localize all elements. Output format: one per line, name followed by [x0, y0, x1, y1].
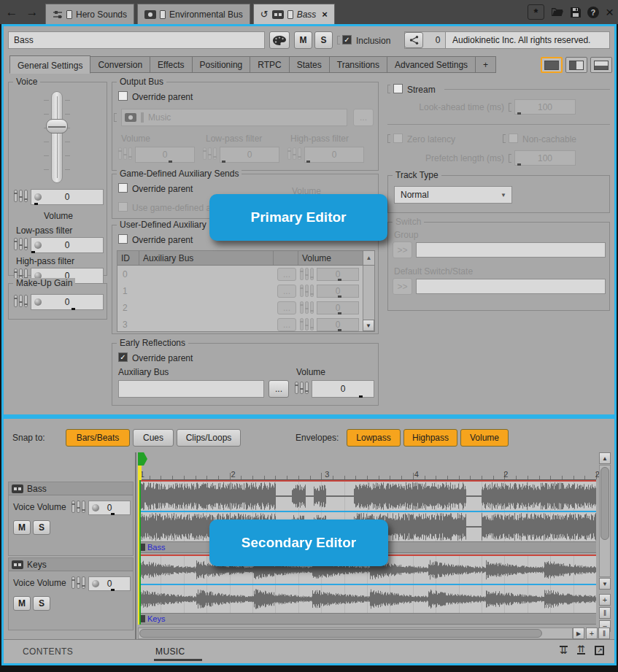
- track-solo-button[interactable]: S: [33, 596, 50, 611]
- tab-rtpc[interactable]: RTPC: [250, 56, 289, 73]
- zoom-in-vertical-button[interactable]: +: [599, 594, 611, 606]
- table-scroll-down[interactable]: ▼: [363, 320, 374, 331]
- default-switch-field[interactable]: [416, 279, 606, 294]
- col-header-volume[interactable]: Volume: [298, 251, 363, 265]
- early-reflections-override-checkbox[interactable]: [118, 352, 128, 362]
- rtpc-knob-icon[interactable]: [34, 193, 42, 201]
- help-icon[interactable]: ?: [587, 7, 599, 18]
- popout-icon[interactable]: ↗: [595, 646, 604, 655]
- share-button[interactable]: [404, 32, 423, 48]
- output-bus-highpass-field[interactable]: 0: [304, 147, 364, 163]
- track-title-bar[interactable]: Bass: [9, 482, 133, 495]
- switch-group-goto-button[interactable]: >>: [393, 242, 412, 258]
- non-cachable-checkbox[interactable]: [509, 134, 518, 143]
- envelope-highpass-button[interactable]: Highpass: [403, 429, 457, 447]
- dock-bottom-icon[interactable]: ⇊: [560, 646, 568, 654]
- rtpc-knob-icon[interactable]: [34, 242, 42, 249]
- clip-label-keys[interactable]: Keys: [138, 613, 596, 625]
- track-solo-button[interactable]: S: [33, 520, 50, 535]
- output-bus-field[interactable]: Music: [121, 109, 347, 126]
- envelope-lowpass-button[interactable]: Lowpass: [347, 429, 401, 447]
- close-tab-icon[interactable]: ×: [322, 9, 328, 20]
- prefetch-field[interactable]: 100: [514, 150, 576, 166]
- row-volume-field[interactable]: 0: [317, 318, 359, 331]
- zoom-in-horizontal-button[interactable]: +: [586, 627, 598, 639]
- vscroll-up-button[interactable]: ▲: [599, 452, 611, 464]
- early-reflections-browse-button[interactable]: ...: [269, 380, 289, 398]
- snap-cues-button[interactable]: Cues: [133, 429, 174, 447]
- vscroll-thumb[interactable]: [600, 467, 609, 540]
- layout-single-button[interactable]: [541, 57, 563, 73]
- fit-horizontal-button[interactable]: ‖: [598, 627, 610, 639]
- tab-states[interactable]: States: [290, 56, 330, 73]
- dock-top-icon[interactable]: ⇈: [577, 646, 585, 654]
- default-switch-goto-button[interactable]: >>: [393, 278, 412, 295]
- track-mute-button[interactable]: M: [13, 596, 31, 611]
- voice-volume-slider-thumb[interactable]: [46, 119, 68, 134]
- output-bus-volume-field[interactable]: 0: [135, 147, 195, 163]
- tab-positioning[interactable]: Positioning: [193, 56, 251, 73]
- track-mute-button[interactable]: M: [13, 520, 31, 535]
- table-row[interactable]: 1...0: [117, 282, 374, 299]
- row-browse-button[interactable]: ...: [277, 301, 296, 314]
- table-row[interactable]: 3...0: [117, 316, 374, 333]
- row-volume-field[interactable]: 0: [317, 268, 359, 281]
- view-tab-environmental-bus[interactable]: Environmental Bus: [137, 4, 250, 24]
- tab-general-settings[interactable]: General Settings: [9, 55, 90, 74]
- switch-group-field[interactable]: [416, 242, 606, 258]
- table-row[interactable]: 2...0: [117, 299, 374, 316]
- tab-conversion[interactable]: Conversion: [90, 56, 150, 73]
- close-window-icon[interactable]: ×: [606, 4, 614, 20]
- hscroll-thumb[interactable]: [139, 629, 542, 638]
- game-aux-override-checkbox[interactable]: [118, 183, 128, 193]
- stream-checkbox[interactable]: [393, 84, 403, 93]
- vscrollbar[interactable]: [599, 465, 611, 577]
- rtpc-knob-icon[interactable]: [92, 580, 99, 587]
- row-browse-button[interactable]: ...: [277, 318, 296, 331]
- col-header-aux-bus[interactable]: Auxiliary Bus: [139, 251, 274, 265]
- col-header-browse[interactable]: [274, 251, 298, 265]
- tab-music[interactable]: MUSIC: [155, 646, 185, 657]
- keep-open-button[interactable]: *: [528, 4, 544, 20]
- user-aux-override-checkbox[interactable]: [118, 234, 128, 244]
- solo-button[interactable]: S: [314, 31, 333, 49]
- track-header-bass[interactable]: Bass Voice Volume 0 M S: [8, 482, 134, 556]
- tab-transitions[interactable]: Transitions: [330, 56, 387, 73]
- voice-lowpass-field[interactable]: 0: [31, 237, 104, 253]
- nav-back-button[interactable]: ←: [3, 4, 20, 21]
- nav-forward-button[interactable]: →: [23, 4, 41, 21]
- open-folder-icon[interactable]: [551, 7, 564, 17]
- rtpc-knob-icon[interactable]: [92, 504, 99, 511]
- track-title-bar[interactable]: Keys: [9, 558, 133, 571]
- table-scroll-up[interactable]: ▲: [363, 251, 374, 265]
- layout-split-vertical-button[interactable]: [565, 57, 587, 73]
- track-header-keys[interactable]: Keys Voice Volume 0 M S: [8, 557, 134, 630]
- fit-vertical-button[interactable]: ‖: [599, 607, 611, 619]
- voice-volume-slider-track[interactable]: [51, 91, 63, 183]
- early-reflections-aux-field[interactable]: [118, 380, 264, 398]
- row-browse-button[interactable]: ...: [277, 285, 296, 298]
- hscroll-right-button[interactable]: ▶: [573, 627, 584, 639]
- zero-latency-checkbox[interactable]: [393, 134, 403, 143]
- col-header-id[interactable]: ID: [117, 251, 139, 265]
- hscrollbar[interactable]: [138, 627, 573, 639]
- track-type-dropdown[interactable]: Normal ▼: [394, 186, 512, 204]
- snap-clips-loops-button[interactable]: Clips/Loops: [177, 429, 241, 447]
- early-reflections-volume-field[interactable]: 0: [312, 380, 374, 398]
- color-picker-button[interactable]: [269, 31, 290, 49]
- view-tab-bass[interactable]: ↺ Bass ×: [253, 4, 335, 24]
- waveform-canvas-keys-right[interactable]: [138, 585, 596, 613]
- playhead-flag[interactable]: [138, 452, 147, 466]
- table-scrollbar[interactable]: [363, 266, 374, 320]
- track-volume-field[interactable]: 0: [88, 576, 131, 591]
- object-name-input[interactable]: Bass: [8, 31, 265, 49]
- snap-bars-beats-button[interactable]: Bars/Beats: [66, 429, 130, 447]
- timeline-ruler[interactable]: 123422: [138, 466, 596, 480]
- row-volume-field[interactable]: 0: [317, 301, 359, 314]
- tab-contents[interactable]: CONTENTS: [23, 646, 73, 657]
- waveform-canvas-bass-left[interactable]: [138, 482, 596, 511]
- inclusion-checkbox[interactable]: [342, 35, 352, 45]
- use-game-defined-checkbox[interactable]: [118, 202, 128, 212]
- row-browse-button[interactable]: ...: [277, 268, 296, 281]
- lookahead-field[interactable]: 100: [514, 99, 576, 115]
